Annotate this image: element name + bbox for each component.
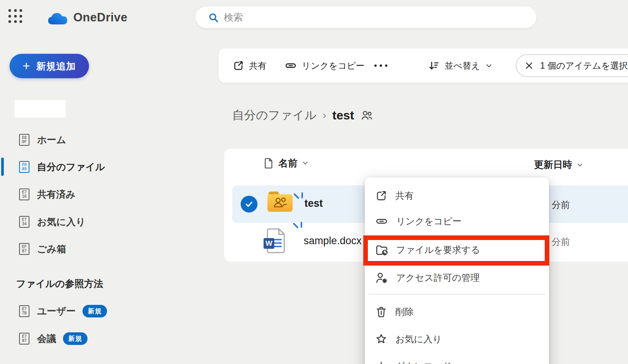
menu-item-request-files[interactable]: ファイルを要求する [365,237,549,263]
menu-item-manage-access[interactable]: アクセス許可の管理 [365,265,549,291]
app-launcher-button[interactable] [8,9,23,24]
modified-ago: 分前 [552,236,570,248]
selection-status-pill[interactable]: 1 個のアイテムを選択 [516,54,628,77]
search-icon [208,12,219,23]
onedrive-logo-icon [47,10,69,26]
copy-link-icon [375,214,388,228]
home-icon: E80F [19,134,29,146]
meetings-icon: E787 [19,333,29,345]
menu-item-copy-link[interactable]: リンクをコピー [365,208,549,234]
shared-people-icon [360,109,373,122]
sidebar-item-home[interactable]: E80F ホーム [0,130,183,149]
add-new-button[interactable]: + 新規追加 [10,54,89,78]
sidebar-item-shared[interactable]: E716 共有済み [0,185,183,204]
request-files-icon [375,243,388,257]
column-header-modified[interactable]: 更新日時 [534,158,584,171]
chevron-down-icon [576,161,584,169]
search-input[interactable]: 検索 [196,6,536,28]
menu-item-delete[interactable]: 削除 [365,299,549,325]
share-icon [232,60,244,72]
sidebar-section-title: ファイルの参照方法 [16,277,103,290]
word-file-icon: W [264,228,286,253]
new-badge: 新規 [83,305,107,317]
menu-item-favorite[interactable]: お気に入り [365,326,549,352]
spark-marks-icon [292,221,304,233]
copy-link-icon [284,59,297,72]
sort-icon [428,60,440,72]
download-icon [375,360,388,364]
delete-icon [375,305,388,318]
favorite-icon [375,333,388,346]
recycle-bin-icon: EF87 [19,243,29,255]
context-menu: 共有 リンクをコピー ファイルを要求する アクセス許可の管理 [365,177,549,364]
redacted-user-name [15,100,66,118]
onedrive-window: OneDrive 検索 + 新規追加 E80F ホーム F0A9 自分のファイル… [0,0,628,364]
search-placeholder: 検索 [224,11,243,24]
sort-button[interactable]: 並べ替え [428,48,493,83]
more-icon [373,63,388,68]
menu-divider [369,294,545,295]
plus-icon: + [23,59,30,72]
users-icon: E77B [19,305,29,317]
sidebar-item-users[interactable]: E77B ユーザー 新規 [0,301,183,321]
my-files-icon: F0A9 [19,161,29,173]
manage-access-icon [375,271,388,285]
favorites-icon: E734 [19,216,29,228]
file-name[interactable]: test [304,198,323,209]
breadcrumb-separator-icon: › [323,109,326,121]
sidebar-item-favorites[interactable]: E734 お気に入り [0,212,183,231]
sidebar-item-meetings[interactable]: E787 会議 新規 [0,329,183,348]
chevron-down-icon [485,61,493,70]
sidebar-item-recycle-bin[interactable]: EF87 ごみ箱 [0,239,183,258]
sidebar-item-my-files[interactable]: F0A9 自分のファイル [0,157,183,176]
modified-ago: 分前 [552,199,570,211]
shared-folder-icon [267,191,293,213]
svg-text:W: W [265,239,272,247]
document-icon [262,156,275,169]
dismiss-icon[interactable] [524,61,534,71]
file-name[interactable]: sample.docx [304,235,362,247]
share-icon [375,189,388,202]
selected-check-icon[interactable] [241,196,257,213]
new-badge: 新規 [63,332,87,345]
menu-item-share[interactable]: 共有 [365,183,549,209]
column-header-name[interactable]: 名前 [262,156,309,169]
shared-icon: E716 [19,188,29,200]
app-title: OneDrive [73,11,128,24]
breadcrumb: 自分のファイル › test [232,107,373,123]
command-bar: 共有 リンクをコピー 並べ替え [219,48,628,83]
copy-link-button[interactable]: リンクをコピー [284,48,364,83]
more-actions-button[interactable] [373,48,388,83]
chevron-down-icon [301,159,309,167]
breadcrumb-current: test [332,108,354,122]
share-button[interactable]: 共有 [232,48,267,83]
menu-item-download[interactable]: ダウンロード [365,353,549,364]
breadcrumb-parent[interactable]: 自分のファイル [232,107,317,123]
